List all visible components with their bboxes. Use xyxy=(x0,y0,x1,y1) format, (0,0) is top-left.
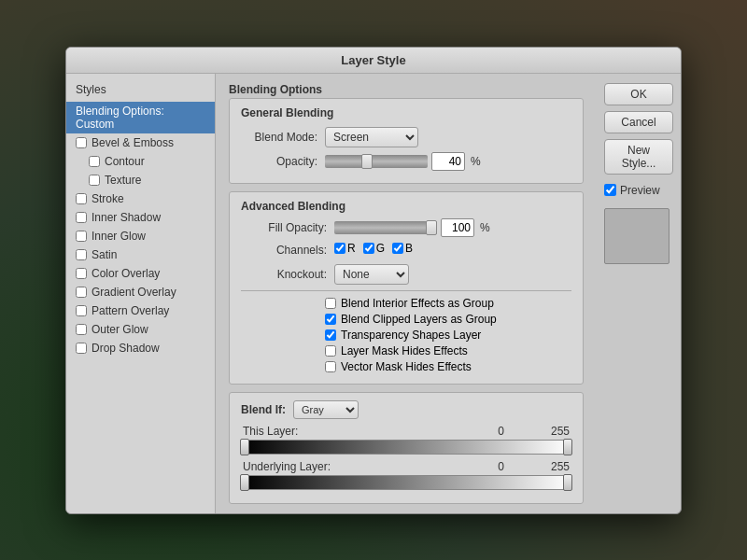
underlying-layer-label-row: Underlying Layer: 0 255 xyxy=(241,460,571,473)
blend-if-title-label: Blend If: xyxy=(241,403,286,416)
vector-mask-checkbox[interactable] xyxy=(325,361,336,372)
underlying-layer-track[interactable] xyxy=(241,475,571,490)
sidebar-item-blending-options[interactable]: Blending Options: Custom xyxy=(66,102,215,133)
fill-opacity-slider-container: % xyxy=(334,218,490,237)
color-overlay-checkbox[interactable] xyxy=(76,268,87,279)
this-layer-max: 255 xyxy=(551,425,570,438)
sidebar-item-texture[interactable]: Texture xyxy=(66,171,215,189)
texture-checkbox[interactable] xyxy=(89,175,100,186)
sidebar-item-satin[interactable]: Satin xyxy=(66,245,215,264)
channel-b-item: B xyxy=(392,242,413,255)
bevel-emboss-checkbox[interactable] xyxy=(76,137,87,148)
preview-label: Preview xyxy=(620,184,660,197)
general-blending-title: General Blending xyxy=(241,106,571,119)
opacity-value-input[interactable] xyxy=(431,152,465,171)
new-style-button[interactable]: New Style... xyxy=(604,139,673,175)
opacity-row: Opacity: % xyxy=(241,152,571,171)
channel-b-checkbox[interactable] xyxy=(392,243,403,254)
sidebar-item-drop-shadow[interactable]: Drop Shadow xyxy=(66,339,215,357)
cancel-button[interactable]: Cancel xyxy=(604,111,673,133)
sidebar-item-contour[interactable]: Contour xyxy=(66,152,215,171)
channel-g-checkbox[interactable] xyxy=(363,243,374,254)
fill-opacity-row: Fill Opacity: % xyxy=(241,218,571,237)
knockout-select[interactable]: None Shallow Deep xyxy=(334,264,409,285)
transparency-shapes-label: Transparency Shapes Layer xyxy=(341,329,481,342)
blend-interior-checkbox[interactable] xyxy=(325,298,336,309)
this-layer-right-handle[interactable] xyxy=(563,439,572,455)
sidebar-item-pattern-overlay[interactable]: Pattern Overlay xyxy=(66,301,215,320)
inner-shadow-checkbox[interactable] xyxy=(76,212,87,223)
underlying-layer-row: Underlying Layer: 0 255 xyxy=(241,460,571,490)
sidebar-item-bevel-emboss[interactable]: Bevel & Emboss xyxy=(66,133,215,152)
sidebar-item-label: Satin xyxy=(92,248,117,261)
stroke-checkbox[interactable] xyxy=(76,193,87,204)
channels-container: R G B xyxy=(334,242,413,255)
transparency-shapes-checkbox[interactable] xyxy=(325,329,336,341)
preview-container: Preview xyxy=(604,184,673,197)
fill-opacity-label: Fill Opacity: xyxy=(241,221,334,234)
satin-checkbox[interactable] xyxy=(76,249,87,260)
channel-b-label: B xyxy=(405,242,413,255)
blend-mode-select[interactable]: Screen Normal Multiply Overlay xyxy=(325,127,418,147)
sidebar-item-outer-glow[interactable]: Outer Glow xyxy=(66,320,215,339)
channel-r-checkbox[interactable] xyxy=(334,243,345,254)
fill-opacity-unit: % xyxy=(480,221,490,234)
pattern-overlay-checkbox[interactable] xyxy=(76,305,87,316)
advanced-blending-title: Advanced Blending xyxy=(241,200,571,213)
sidebar-item-label: Gradient Overlay xyxy=(92,286,176,299)
channels-label: Channels: xyxy=(241,244,334,257)
fill-opacity-slider[interactable] xyxy=(334,221,437,234)
dialog-title: Layer Style xyxy=(66,48,681,74)
gradient-overlay-checkbox[interactable] xyxy=(76,287,87,298)
divider xyxy=(241,290,571,291)
sidebar-item-gradient-overlay[interactable]: Gradient Overlay xyxy=(66,283,215,301)
sidebar-item-label: Stroke xyxy=(92,192,124,205)
styles-header: Styles xyxy=(66,79,215,102)
main-content: Blending Options General Blending Blend … xyxy=(216,74,597,513)
this-layer-label: This Layer: xyxy=(243,425,298,438)
opacity-slider-container: % xyxy=(325,152,481,171)
opacity-slider[interactable] xyxy=(325,155,428,168)
sidebar-item-label: Color Overlay xyxy=(92,267,160,280)
general-blending-panel: General Blending Blend Mode: Screen Norm… xyxy=(229,98,584,184)
ok-button[interactable]: OK xyxy=(604,83,673,105)
sidebar-item-color-overlay[interactable]: Color Overlay xyxy=(66,264,215,283)
this-layer-row: This Layer: 0 255 xyxy=(241,425,571,455)
inner-glow-checkbox[interactable] xyxy=(76,231,87,242)
opacity-unit: % xyxy=(471,155,481,168)
blend-mode-label: Blend Mode: xyxy=(241,131,325,144)
channel-g-item: G xyxy=(363,242,385,255)
sidebar-item-inner-shadow[interactable]: Inner Shadow xyxy=(66,208,215,227)
sidebar-item-inner-glow[interactable]: Inner Glow xyxy=(66,227,215,245)
sidebar-item-label: Bevel & Emboss xyxy=(92,136,174,149)
vector-mask-label: Vector Mask Hides Effects xyxy=(341,360,472,373)
this-layer-left-handle[interactable] xyxy=(240,439,249,455)
vector-mask-row: Vector Mask Hides Effects xyxy=(241,360,571,373)
blend-interior-row: Blend Interior Effects as Group xyxy=(241,297,571,310)
sidebar-item-label: Texture xyxy=(105,174,141,187)
layer-mask-checkbox[interactable] xyxy=(325,345,336,357)
underlying-layer-left-handle[interactable] xyxy=(240,474,249,491)
sidebar-item-stroke[interactable]: Stroke xyxy=(66,189,215,208)
drop-shadow-checkbox[interactable] xyxy=(76,343,87,354)
advanced-blending-panel: Advanced Blending Fill Opacity: % Channe… xyxy=(229,191,584,385)
preview-checkbox[interactable] xyxy=(604,184,616,196)
underlying-layer-min: 0 xyxy=(498,460,504,473)
underlying-layer-right-handle[interactable] xyxy=(563,474,572,491)
this-layer-track[interactable] xyxy=(241,440,571,455)
sidebar-item-label: Inner Shadow xyxy=(92,211,161,224)
knockout-row: Knockout: None Shallow Deep xyxy=(241,264,571,285)
sidebar-item-label: Outer Glow xyxy=(92,323,148,336)
blend-clipped-checkbox[interactable] xyxy=(325,314,336,325)
fill-opacity-value-input[interactable] xyxy=(441,218,474,237)
this-layer-min: 0 xyxy=(498,425,504,438)
preview-box xyxy=(604,208,669,264)
opacity-label: Opacity: xyxy=(241,155,325,168)
contour-checkbox[interactable] xyxy=(89,156,100,167)
right-buttons-panel: OK Cancel New Style... Preview xyxy=(597,74,681,513)
layer-style-dialog: Layer Style Styles Blending Options: Cus… xyxy=(65,47,682,514)
blend-if-channel-select[interactable]: Gray Red Green Blue xyxy=(293,400,359,419)
sidebar-item-label: Inner Glow xyxy=(92,230,146,243)
blend-if-header: Blend If: Gray Red Green Blue xyxy=(241,400,571,419)
outer-glow-checkbox[interactable] xyxy=(76,324,87,335)
